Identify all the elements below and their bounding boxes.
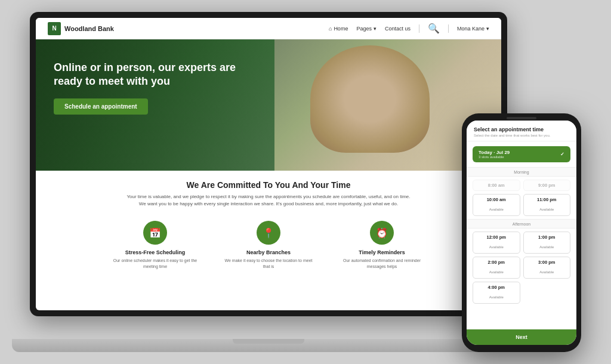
time-slot-800[interactable]: 8:00 am	[473, 180, 520, 191]
phone: Select an appointment time Select the da…	[462, 113, 581, 352]
hero-content: Online or in person, our experts are rea…	[36, 39, 501, 136]
section-description: Your time is valuable, and we pledge to …	[125, 193, 412, 208]
laptop-screen-outer: N Woodland Bank ⌂ Home Pages	[30, 12, 507, 316]
time-slot-200[interactable]: 2:00 pm Available	[473, 257, 520, 279]
nav-links: ⌂ Home Pages ▾ Contact us 🔍	[329, 23, 489, 34]
nav-contact[interactable]: Contact us	[385, 26, 411, 32]
laptop: N Woodland Bank ⌂ Home Pages	[30, 12, 519, 352]
logo-icon: N	[48, 22, 61, 35]
time-slot-1100[interactable]: 11:00 pm Available	[523, 194, 571, 216]
features-row: 📅 Stress-Free Scheduling Our online sche…	[36, 221, 501, 276]
feature-scheduling: 📅 Stress-Free Scheduling Our online sche…	[107, 221, 203, 270]
time-slot-1000[interactable]: 10:00 am Available	[473, 194, 520, 216]
time-slot-1200[interactable]: 12:00 pm Available	[473, 232, 520, 254]
phone-header-sub: Select the date and time that works best…	[474, 134, 569, 137]
nav-home[interactable]: ⌂ Home	[329, 26, 348, 32]
feature-desc-0: Our online scheduler makes it easy to ge…	[107, 258, 203, 270]
phone-date-label: Today · Jul 29	[479, 150, 510, 155]
user-menu[interactable]: Mona Kane ▾	[457, 26, 489, 32]
time-slot-300[interactable]: 3:00 pm Available	[523, 257, 571, 279]
feature-reminders: ⏰ Timely Reminders Our automated confirm…	[334, 221, 430, 270]
feature-desc-2: Our automated confirmation and reminder …	[334, 258, 430, 270]
time-slot-100[interactable]: 1:00 pm Available	[523, 232, 571, 254]
hero-title: Online or in person, our experts are rea…	[54, 61, 245, 89]
nav-divider	[419, 24, 419, 33]
nav-divider-2	[448, 24, 449, 33]
afternoon-slots: 12:00 pm Available 1:00 pm Available 2:0…	[467, 229, 576, 307]
morning-slots: 8:00 am 9:00 pm 10:00 am Available 11:00…	[467, 177, 576, 219]
commitment-section: We Are Committed To You And Your Time Yo…	[36, 171, 501, 221]
location-icon: 📍	[257, 221, 280, 245]
chevron-down-icon-user: ▾	[486, 26, 489, 32]
phone-screen: Select an appointment time Select the da…	[467, 121, 576, 345]
home-icon: ⌂	[329, 26, 332, 32]
laptop-base	[12, 339, 525, 352]
phone-header: Select an appointment time Select the da…	[467, 121, 576, 141]
feature-desc-1: We make it easy to choose the location t…	[221, 258, 316, 270]
feature-branches: 📍 Nearby Branches We make it easy to cho…	[221, 221, 316, 270]
nav-logo: N Woodland Bank	[48, 22, 114, 35]
search-icon[interactable]: 🔍	[428, 23, 440, 34]
feature-title-1: Nearby Branches	[221, 249, 316, 255]
calendar-icon: 📅	[143, 221, 167, 245]
laptop-screen-inner: N Woodland Bank ⌂ Home Pages	[36, 18, 501, 310]
feature-title-0: Stress-Free Scheduling	[107, 249, 203, 255]
section-title: We Are Committed To You And Your Time	[60, 180, 477, 190]
morning-label: Morning	[467, 167, 576, 177]
chevron-down-icon: ▾	[374, 26, 377, 32]
hero-section: Online or in person, our experts are rea…	[36, 39, 501, 171]
chevron-down-icon-date: ✓	[560, 152, 564, 157]
phone-date-button[interactable]: Today · Jul 29 3 slots available ✓	[473, 146, 570, 162]
feature-title-2: Timely Reminders	[334, 249, 430, 255]
clock-icon: ⏰	[370, 221, 394, 245]
scene: N Woodland Bank ⌂ Home Pages	[0, 0, 611, 364]
navbar: N Woodland Bank ⌂ Home Pages	[36, 18, 501, 39]
brand-name: Woodland Bank	[64, 25, 114, 32]
time-slot-400[interactable]: 4:00 pm Available	[473, 282, 520, 304]
afternoon-label: Afternoon	[467, 219, 576, 229]
phone-header-title: Select an appointment time	[474, 127, 569, 132]
phone-date-sub: 3 slots available	[479, 155, 510, 159]
website: N Woodland Bank ⌂ Home Pages	[36, 18, 501, 310]
schedule-appointment-button[interactable]: Schedule an appointment	[54, 98, 148, 115]
nav-pages[interactable]: Pages ▾	[356, 26, 377, 32]
time-slot-900[interactable]: 9:00 pm	[523, 180, 571, 191]
phone-next-button[interactable]: Next	[467, 329, 576, 345]
